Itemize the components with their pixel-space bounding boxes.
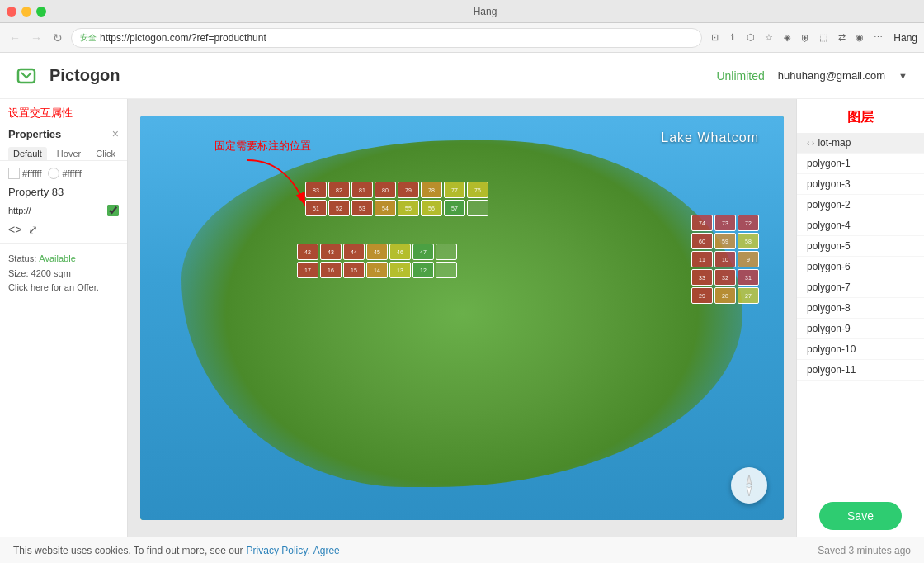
lot-r9[interactable]: 9 (738, 251, 759, 267)
profile-icon[interactable]: ◉ (852, 31, 867, 45)
lot-79[interactable]: 79 (398, 182, 419, 198)
layer-polygon-5[interactable]: polygon-5 (797, 236, 924, 257)
qr-icon[interactable]: ⊡ (707, 31, 722, 45)
menu-icon[interactable]: ⋯ (870, 31, 885, 45)
layer-polygon-11[interactable]: polygon-11 (797, 360, 924, 381)
code-icon[interactable]: <> (8, 223, 21, 236)
panel-header: Properties × (0, 124, 127, 144)
layer-polygon-10[interactable]: polygon-10 (797, 339, 924, 360)
security-badge: 安全 (80, 32, 97, 44)
lot-43[interactable]: 43 (320, 244, 342, 260)
tab-hover[interactable]: Hover (52, 147, 86, 160)
lot-15[interactable]: 15 (343, 262, 365, 278)
lot-76[interactable]: 76 (467, 182, 488, 198)
tab-default[interactable]: Default (8, 147, 47, 160)
lot-17[interactable]: 17 (297, 262, 318, 278)
url-input[interactable]: http:// (8, 206, 104, 215)
lot-r8[interactable]: 10 (714, 251, 736, 267)
layer-lot-map[interactable]: ‹ › lot-map (797, 133, 924, 154)
lot-77[interactable]: 77 (444, 182, 465, 198)
lot-54[interactable]: 54 (375, 200, 396, 216)
forward-button[interactable]: → (28, 30, 45, 46)
tab-click[interactable]: Click (91, 147, 120, 160)
layer-name-p11: polygon-11 (807, 364, 856, 376)
layer-polygon-9[interactable]: polygon-9 (797, 319, 924, 339)
lots-row2: 42 43 44 45 46 47 17 16 15 14 13 12 (297, 244, 457, 278)
privacy-policy-link[interactable]: Privacy Policy. (247, 545, 310, 556)
lot-80[interactable]: 80 (375, 182, 396, 198)
layer-polygon-8[interactable]: polygon-8 (797, 298, 924, 319)
lot-42[interactable]: 42 (297, 244, 318, 260)
pocket-icon[interactable]: ◈ (780, 31, 794, 45)
color-value-1: #ffffff (22, 168, 41, 178)
svg-rect-0 (18, 69, 35, 83)
sync-icon[interactable]: ⇄ (834, 31, 849, 45)
lot-78[interactable]: 78 (421, 182, 442, 198)
layer-polygon-6[interactable]: polygon-6 (797, 257, 924, 277)
url-checkbox[interactable] (107, 205, 119, 216)
lot-r11[interactable]: 32 (714, 269, 736, 286)
lot-55[interactable]: 55 (398, 200, 419, 216)
url-bar[interactable]: 安全 https://pictogon.com/?ref=producthunt (71, 28, 702, 48)
lot-r15[interactable]: 27 (738, 287, 759, 304)
screenshot-icon[interactable]: ⬚ (816, 31, 831, 45)
header-right: Unlimited huhuhang@gmail.com ▼ (716, 69, 908, 83)
expand-icon[interactable]: ⤢ (28, 223, 38, 236)
map-image[interactable]: Lake Whatcom 固定需要标注的位置 83 82 81 80 (140, 116, 784, 520)
divider-1 (0, 243, 127, 244)
fullscreen-traffic-light[interactable] (36, 7, 46, 17)
save-button[interactable]: Save (819, 502, 902, 530)
lot-r12[interactable]: 31 (738, 269, 759, 286)
refresh-button[interactable]: ↻ (50, 30, 66, 46)
layer-polygon-7[interactable]: polygon-7 (797, 277, 924, 298)
lot-44[interactable]: 44 (343, 244, 365, 260)
shield-icon[interactable]: ⛨ (798, 31, 813, 45)
lot-r6[interactable]: 58 (738, 233, 759, 249)
extensions-icon[interactable]: ⬡ (743, 31, 758, 45)
lot-51[interactable]: 51 (305, 200, 327, 216)
minimize-traffic-light[interactable] (21, 7, 31, 17)
layer-polygon-2[interactable]: polygon-2 (797, 195, 924, 215)
layer-name-p9: polygon-9 (807, 323, 851, 334)
title-bar: Hang (0, 0, 924, 23)
lot-57[interactable]: 57 (444, 200, 465, 216)
lot-14[interactable]: 14 (366, 262, 388, 278)
lot-r4[interactable]: 60 (691, 233, 713, 249)
lot-r2[interactable]: 73 (714, 215, 736, 231)
lot-r13[interactable]: 29 (691, 287, 713, 304)
lot-13[interactable]: 13 (389, 262, 411, 278)
lot-81[interactable]: 81 (351, 182, 373, 198)
browser-icons: ⊡ ℹ ⬡ ☆ ◈ ⛨ ⬚ ⇄ ◉ ⋯ (707, 31, 885, 45)
lot-46[interactable]: 46 (389, 244, 411, 260)
close-traffic-light[interactable] (7, 7, 16, 17)
info-icon[interactable]: ℹ (725, 31, 740, 45)
lot-r5[interactable]: 59 (714, 233, 736, 249)
lot-r1[interactable]: 74 (691, 215, 713, 231)
back-button[interactable]: ← (7, 30, 23, 46)
layer-polygon-4[interactable]: polygon-4 (797, 215, 924, 236)
color-swatch-2[interactable]: #ffffff (48, 168, 81, 179)
lot-56[interactable]: 56 (421, 200, 442, 216)
lot-r10[interactable]: 33 (691, 269, 713, 286)
lot-r14[interactable]: 28 (714, 287, 736, 304)
lot-53[interactable]: 53 (351, 200, 373, 216)
url-row: http:// (0, 201, 127, 220)
app-name: Pictogon (50, 66, 120, 85)
dropdown-arrow-icon[interactable]: ▼ (898, 71, 908, 81)
lot-r7[interactable]: 11 (691, 251, 713, 267)
close-panel-button[interactable]: × (112, 127, 119, 140)
lot-16[interactable]: 16 (320, 262, 342, 278)
cookie-text: This website uses cookies. To find out m… (13, 545, 243, 556)
layer-polygon-1[interactable]: polygon-1 (797, 154, 924, 174)
lot-45[interactable]: 45 (366, 244, 388, 260)
lot-12[interactable]: 12 (412, 262, 434, 278)
lot-82[interactable]: 82 (328, 182, 350, 198)
bookmark-icon[interactable]: ☆ (761, 31, 776, 45)
layer-polygon-3[interactable]: polygon-3 (797, 174, 924, 195)
agree-button[interactable]: Agree (314, 545, 340, 556)
lot-83[interactable]: 83 (305, 182, 327, 198)
color-swatch-1[interactable]: #ffffff (8, 168, 41, 179)
lot-47[interactable]: 47 (412, 244, 434, 260)
lot-52[interactable]: 52 (328, 200, 350, 216)
lot-r3[interactable]: 72 (738, 215, 759, 231)
